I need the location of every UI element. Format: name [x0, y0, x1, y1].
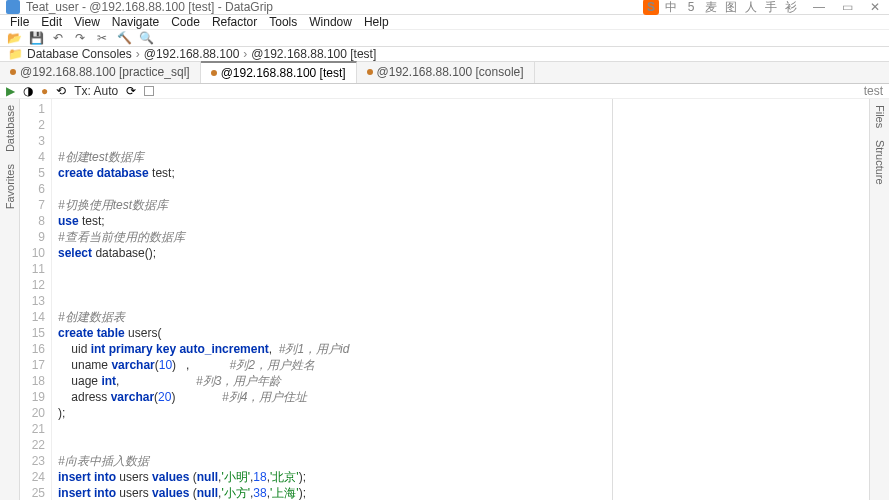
minimize-button[interactable]: — — [805, 0, 833, 18]
tab-test[interactable]: @192.168.88.100 [test] — [201, 61, 357, 83]
hammer-icon[interactable]: 🔨 — [116, 30, 132, 46]
tab-label: @192.168.88.100 [test] — [221, 66, 346, 80]
code-editor[interactable]: 1234567891011121314151617181920212223242… — [20, 99, 869, 500]
menu-view[interactable]: View — [74, 15, 100, 29]
chevron-icon: › — [243, 47, 247, 61]
menu-help[interactable]: Help — [364, 15, 389, 29]
menubar: File Edit View Navigate Code Refactor To… — [0, 15, 889, 30]
stop-button[interactable] — [144, 86, 154, 96]
console-icon — [10, 69, 16, 75]
tx-mode-select[interactable]: Tx: Auto — [74, 84, 118, 98]
sidebar-tab-database[interactable]: Database — [4, 99, 16, 158]
tray-icon-7[interactable]: 手 — [763, 0, 779, 15]
menu-file[interactable]: File — [10, 15, 29, 29]
tray-icon-8[interactable]: 衫 — [783, 0, 799, 15]
sidebar-tab-files[interactable]: Files — [874, 99, 886, 134]
menu-tools[interactable]: Tools — [269, 15, 297, 29]
open-icon[interactable]: 📂 — [6, 30, 22, 46]
code-area[interactable]: #创建test数据库create database test;#切换使用test… — [52, 99, 869, 500]
maximize-button[interactable]: ▭ — [833, 0, 861, 18]
cut-icon[interactable]: ✂ — [94, 30, 110, 46]
app-icon — [6, 0, 20, 14]
sidebar-tab-favorites[interactable]: Favorites — [4, 158, 16, 215]
run-button[interactable]: ▶ — [6, 84, 15, 98]
redo-icon[interactable]: ↷ — [72, 30, 88, 46]
menu-edit[interactable]: Edit — [41, 15, 62, 29]
chevron-icon: › — [136, 47, 140, 61]
refresh-icon[interactable]: ⟳ — [126, 84, 136, 98]
search-icon[interactable]: 🔍 — [138, 30, 154, 46]
save-icon[interactable]: 💾 — [28, 30, 44, 46]
breadcrumb: 📁 Database Consoles › @192.168.88.100 › … — [0, 47, 889, 62]
breadcrumb-leaf[interactable]: @192.168.88.100 [test] — [251, 47, 376, 61]
tray-icon-5[interactable]: 图 — [723, 0, 739, 15]
sidebar-tab-structure[interactable]: Structure — [874, 134, 886, 191]
editor-toolbar: ▶ ◑ ● ⟲ Tx: Auto ⟳ test — [0, 84, 889, 99]
tab-label: @192.168.88.100 [console] — [377, 65, 524, 79]
titlebar: Teat_user - @192.168.88.100 [test] - Dat… — [0, 0, 889, 15]
breadcrumb-root-icon: 📁 — [8, 47, 23, 61]
commit-icon[interactable]: ● — [41, 84, 48, 98]
session-label[interactable]: test — [864, 84, 883, 98]
close-button[interactable]: ✕ — [861, 0, 889, 18]
line-gutter: 1234567891011121314151617181920212223242… — [20, 99, 52, 500]
main-area: Database Favorites 123456789101112131415… — [0, 99, 889, 500]
menu-code[interactable]: Code — [171, 15, 200, 29]
tray-icon-6[interactable]: 人 — [743, 0, 759, 15]
menu-refactor[interactable]: Refactor — [212, 15, 257, 29]
tab-practice-sql[interactable]: @192.168.88.100 [practice_sql] — [0, 61, 201, 83]
breadcrumb-root[interactable]: Database Consoles — [27, 47, 132, 61]
schedule-icon[interactable]: ◑ — [23, 84, 33, 98]
right-margin-ruler — [612, 99, 613, 500]
console-icon — [367, 69, 373, 75]
tray-icon-3[interactable]: 5 — [683, 0, 699, 15]
console-icon — [211, 70, 217, 76]
main-toolbar: 📂 💾 ↶ ↷ ✂ 🔨 🔍 — [0, 30, 889, 47]
sogou-icon[interactable]: S — [643, 0, 659, 15]
right-tool-tabs: Files Structure — [869, 99, 889, 500]
undo-icon[interactable]: ↶ — [50, 30, 66, 46]
window-buttons: — ▭ ✕ — [805, 0, 889, 18]
tab-label: @192.168.88.100 [practice_sql] — [20, 65, 190, 79]
rollback-icon[interactable]: ⟲ — [56, 84, 66, 98]
tab-console[interactable]: @192.168.88.100 [console] — [357, 61, 535, 83]
menu-navigate[interactable]: Navigate — [112, 15, 159, 29]
ime-icon[interactable]: 中 — [663, 0, 679, 15]
left-tool-tabs: Database Favorites — [0, 99, 20, 500]
system-tray-overlay: S 中 5 麦 图 人 手 衫 — [643, 0, 799, 15]
editor-tabs: @192.168.88.100 [practice_sql] @192.168.… — [0, 62, 889, 84]
menu-window[interactable]: Window — [309, 15, 352, 29]
tray-icon-4[interactable]: 麦 — [703, 0, 719, 15]
breadcrumb-host[interactable]: @192.168.88.100 — [144, 47, 240, 61]
window-title: Teat_user - @192.168.88.100 [test] - Dat… — [26, 0, 273, 14]
